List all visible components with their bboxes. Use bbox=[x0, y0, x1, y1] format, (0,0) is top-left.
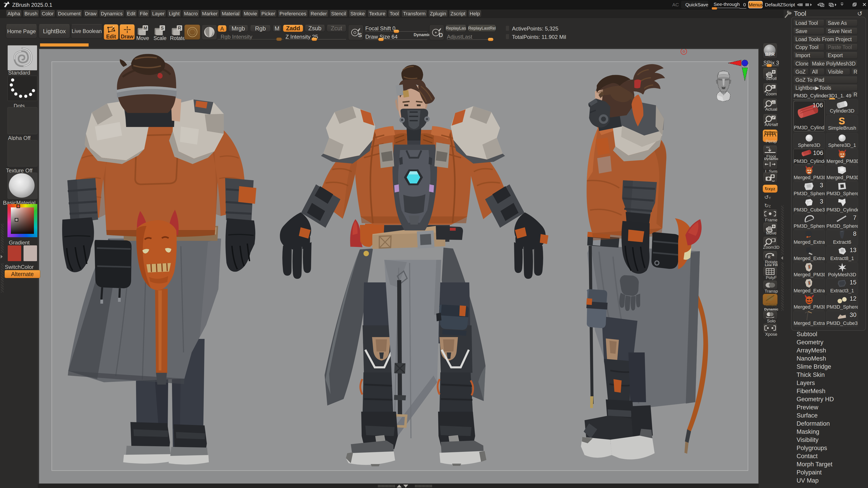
svg-text:M: M bbox=[144, 26, 147, 31]
svg-text:BPR: BPR bbox=[765, 52, 775, 57]
svg-text:x1: x1 bbox=[772, 101, 775, 104]
svg-text:S: S bbox=[839, 116, 845, 126]
svg-text:↻xyz: ↻xyz bbox=[765, 186, 775, 191]
svg-text:R: R bbox=[178, 26, 181, 31]
svg-text:R: R bbox=[768, 255, 771, 259]
svg-text:S: S bbox=[358, 32, 362, 38]
svg-text:S: S bbox=[161, 26, 164, 31]
svg-text:xɛz: xɛz bbox=[766, 146, 770, 149]
svg-text:D: D bbox=[439, 32, 442, 38]
